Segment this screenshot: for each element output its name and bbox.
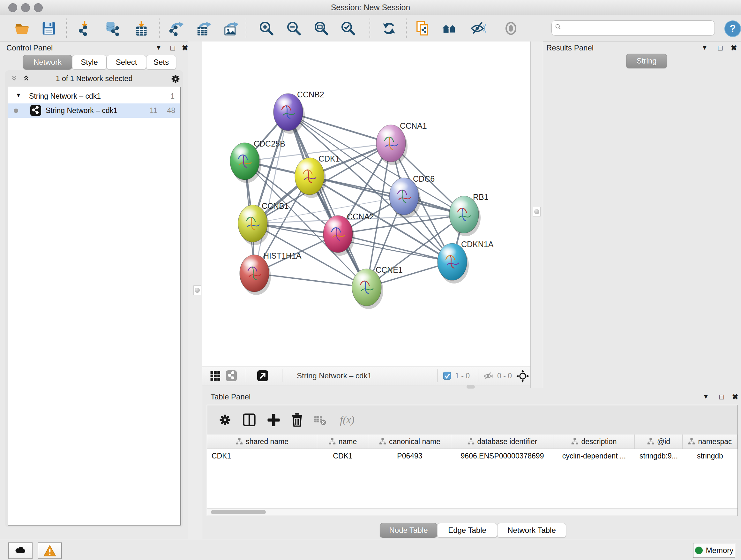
network-edge[interactable] [254,112,288,273]
left-splitter[interactable] [188,42,202,539]
zoom-selected-button[interactable] [340,20,356,37]
network-node[interactable]: RB1 [449,192,488,236]
table-column-header[interactable]: database identifier [451,435,553,449]
collapse-panel-icon[interactable]: ▼ [703,393,709,400]
table-cell[interactable]: stringdb [683,449,738,463]
table-cell[interactable]: cyclin-dependent ... [553,449,635,463]
network-node[interactable]: CCNA1 [376,121,427,165]
tab-node-table[interactable]: Node Table [380,523,437,538]
right-splitter[interactable] [530,42,543,388]
tab-network-table[interactable]: Network Table [497,523,566,538]
refresh-layout-button[interactable] [381,20,397,37]
cloud-icon [13,545,28,557]
network-node[interactable]: CDKN1A [437,240,494,284]
first-neighbors-button[interactable] [442,20,458,37]
tab-edge-table[interactable]: Edge Table [437,523,497,538]
network-collection-row[interactable]: ▼ String Network – cdk1 1 [8,89,180,104]
network-selection-bar: 1 of 1 Network selected [5,70,183,87]
save-session-button[interactable] [41,20,57,37]
cloud-status-button[interactable] [8,543,32,559]
network-type-icon[interactable] [226,370,237,381]
warnings-button[interactable] [38,543,62,559]
network-node[interactable]: CCNB1 [238,201,289,245]
open-session-button[interactable] [14,20,30,37]
table-cell[interactable]: P06493 [368,449,451,463]
table-header-row: shared namenamecanonical namedatabase id… [207,435,738,449]
create-column-plus-icon[interactable] [266,412,281,428]
float-panel-icon[interactable]: □ [719,392,724,401]
save-icon [41,20,57,37]
tree-options-gear-icon[interactable] [170,73,181,84]
tab-sets[interactable]: Sets [146,55,176,70]
zoom-fit-icon [313,20,329,37]
table-hscrollbar[interactable] [207,508,738,516]
selected-checkbox-icon[interactable] [443,372,452,380]
table-row[interactable]: CDK1CDK1P064939606.ENSP00000378699cyclin… [207,449,738,463]
table-options-gear-icon[interactable] [217,412,232,428]
fit-crosshair-icon[interactable] [516,370,529,382]
table-column-header[interactable]: shared name [207,435,317,449]
tab-style[interactable]: Style [72,55,107,70]
table-column-header[interactable]: @id [635,435,683,449]
network-tree: ▼ String Network – cdk1 1 String Network… [8,87,181,525]
hide-selected-button[interactable] [470,20,486,37]
close-panel-icon[interactable]: ✖ [732,393,738,401]
memory-button[interactable]: Memory [693,543,735,558]
search-input[interactable] [567,22,709,34]
import-table-button[interactable] [133,20,149,37]
import-network-database-button[interactable] [105,20,121,37]
network-node[interactable]: CDK1 [295,154,340,198]
table-cell[interactable]: stringdb:9... [635,449,683,463]
left-splitter-handle[interactable] [193,286,201,295]
show-all-button[interactable] [503,20,519,37]
nav-separator [478,369,478,382]
show-columns-icon[interactable] [242,412,257,428]
annotation-mode-button[interactable] [415,20,431,37]
delete-column-trash-icon[interactable] [289,412,305,428]
export-image-button[interactable] [223,20,239,37]
function-builder-icon: f(x) [334,412,360,428]
close-panel-icon[interactable]: ✖ [182,44,188,52]
float-panel-icon[interactable]: □ [718,44,723,52]
table-column-header[interactable]: description [553,435,635,449]
collapse-panel-icon[interactable]: ▼ [155,44,162,51]
zoom-out-button[interactable] [286,20,302,37]
network-node[interactable]: CCNA2 [323,212,374,256]
table-cell[interactable]: 9606.ENSP00000378699 [451,449,553,463]
tab-network[interactable]: Network [23,55,72,70]
export-network-button[interactable] [168,20,184,37]
table-cell[interactable]: CDK1 [317,449,368,463]
network-node[interactable]: CCNE1 [352,265,403,309]
import-network-file-button[interactable] [77,20,92,37]
tab-select[interactable]: Select [107,55,146,70]
hscroll-thumb[interactable] [211,510,266,514]
open-in-window-button[interactable] [257,370,268,381]
table-panel: Table Panel ▼ □ ✖ f(x) shared namenameca… [202,388,741,539]
network-edge[interactable] [288,112,367,287]
float-panel-icon[interactable]: □ [171,44,175,52]
table-column-header[interactable]: namespac [683,435,738,449]
close-panel-icon[interactable]: ✖ [731,44,737,52]
network-node[interactable]: CDC25B [230,139,285,183]
table-cell[interactable]: CDK1 [207,449,317,463]
help-button[interactable]: ? [724,20,741,37]
zoom-fit-button[interactable] [313,20,329,37]
tab-string[interactable]: String [626,54,667,68]
birdseye-grid-icon[interactable] [210,371,221,381]
table-column-header[interactable]: name [317,435,368,449]
collapse-panel-icon[interactable]: ▼ [701,44,708,51]
export-table-button[interactable] [195,20,211,37]
network-node[interactable]: HIST1H1A [240,251,301,295]
network-node[interactable]: CCNB2 [273,90,324,134]
network-view-canvas[interactable]: CCNB2CCNA1CDC25BCDK1CDC6RB1CCNB1CCNA2CDK… [202,42,530,367]
network-node[interactable]: CDC6 [389,174,434,218]
table-column-header[interactable]: canonical name [368,435,451,449]
network-row-selected[interactable]: String Network – cdk1 11 48 [8,104,180,118]
hidden-eye-slash-icon[interactable] [483,371,494,381]
network-node-label: CCNB1 [262,201,289,210]
network-edge[interactable] [254,273,367,287]
network-edge[interactable] [310,176,464,214]
tree-expander-icon[interactable]: ▼ [16,92,21,99]
right-splitter-handle[interactable] [533,207,541,216]
zoom-in-button[interactable] [259,20,274,37]
